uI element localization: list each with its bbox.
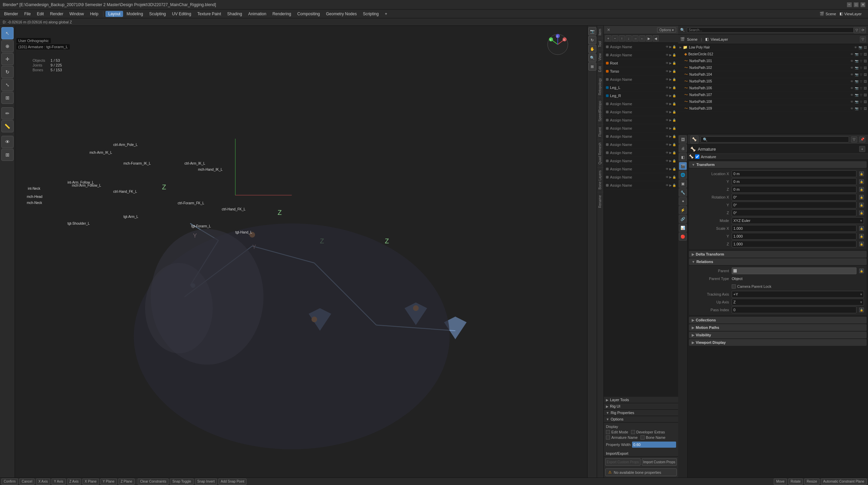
move-tool-button[interactable]: ✛: [1, 53, 14, 65]
rotation-z-lock[interactable]: 🔒: [859, 210, 864, 215]
cursor-tool-button[interactable]: ⊕: [1, 40, 14, 52]
visibility-section-header[interactable]: ▶ Visibility: [689, 332, 867, 338]
workspace-animation[interactable]: Animation: [245, 11, 269, 17]
tab-tool[interactable]: Tool: [597, 38, 604, 50]
props-search-input[interactable]: [701, 136, 849, 143]
dev-extras-checkbox-label[interactable]: Developer Extras: [631, 430, 665, 434]
rotation-x-lock[interactable]: 🔒: [859, 195, 864, 200]
workspace-sculpting[interactable]: Sculpting: [146, 11, 169, 17]
rotation-y-field[interactable]: 0°: [732, 202, 856, 208]
camera-view-button[interactable]: 📷: [588, 27, 596, 35]
bone-group-item[interactable]: Assign Name 👁 ▶ 🔒: [604, 116, 678, 124]
y-axis-button[interactable]: Y Axis: [52, 479, 66, 485]
panel-close-button[interactable]: ✕: [606, 27, 611, 33]
scale-y-field[interactable]: 1.000: [732, 233, 856, 240]
bone-group-item[interactable]: Assign Name 👁 ▶ 🔒: [604, 141, 678, 149]
workspace-texture-paint[interactable]: Texture Paint: [195, 11, 224, 17]
view-layer-props-button[interactable]: ◧: [679, 153, 687, 161]
tab-view[interactable]: View: [597, 50, 604, 63]
parent-lock[interactable]: 🔒: [859, 268, 864, 273]
add-snap-point-button[interactable]: Add Snap Point: [218, 479, 247, 485]
workspace-layout[interactable]: Layout: [105, 11, 123, 17]
location-y-field[interactable]: 0 m: [732, 178, 856, 185]
property-width-slider[interactable]: 0.60: [632, 442, 676, 448]
x-plane-button[interactable]: X Plane: [82, 479, 99, 485]
import-custom-props-button[interactable]: Import Custom Props: [642, 458, 677, 466]
add-workspace-button[interactable]: +: [382, 11, 390, 17]
minimize-button[interactable]: −: [847, 2, 852, 7]
z-plane-button[interactable]: Z Plane: [118, 479, 135, 485]
workspace-uv-editing[interactable]: UV Editing: [169, 11, 194, 17]
bone-name-checkbox[interactable]: [640, 435, 645, 440]
menu-file[interactable]: File: [21, 11, 33, 17]
select-tool-button[interactable]: ↖: [1, 27, 14, 39]
rotation-mode-dropdown[interactable]: XYZ Euler ▾: [732, 217, 864, 224]
workspace-shading[interactable]: Shading: [224, 11, 245, 17]
import-export-toggle[interactable]: Import/Export: [604, 450, 678, 457]
outliner-sync-button[interactable]: ⟳: [860, 27, 866, 33]
pan-button[interactable]: ✋: [588, 45, 596, 53]
transform-section-header[interactable]: ▼ Transform: [689, 161, 867, 168]
new-armature-button[interactable]: +: [859, 146, 865, 152]
rotate-tool-button[interactable]: ↻: [1, 66, 14, 78]
outliner-item-nurbs102[interactable]: 〜 NurbsPath.102 👁 📷 ▽ 🖼: [678, 64, 868, 71]
material-props-button[interactable]: 🔴: [679, 232, 687, 241]
orbit-button[interactable]: ↻: [588, 36, 596, 44]
move-up-button[interactable]: ↑: [619, 35, 625, 41]
outliner-item-hair[interactable]: ▶ 📁 Low Poly Hair 👁 📷 🖼: [678, 44, 868, 51]
outliner-item-nurbs101[interactable]: 〜 NurbsPath.101 👁 📷 ▽ 🖼: [678, 58, 868, 64]
scene-selector[interactable]: 🎬 Scene: [820, 12, 836, 16]
filter-icon-button[interactable]: ▽: [860, 36, 866, 42]
armature-name-checkbox-label[interactable]: Armature Name: [606, 435, 638, 440]
menu-blender[interactable]: Blender: [1, 11, 21, 17]
bone-group-item[interactable]: Assign Name 👁 ▶ 🔒: [604, 132, 678, 141]
bone-group-item[interactable]: Assign Name 👁 ▶ 🔒: [604, 173, 678, 181]
remove-from-group-button[interactable]: ←: [639, 35, 645, 41]
menu-render[interactable]: Render: [47, 11, 66, 17]
outliner-item-nurbs109[interactable]: 〜 NurbsPath.109 👁 📷 ▽ 🖼: [678, 105, 868, 112]
viewport-display-section-header[interactable]: ▶ Viewport Display: [689, 339, 867, 346]
outliner-filter-button[interactable]: ▽: [854, 27, 860, 33]
parent-field[interactable]: [732, 267, 856, 274]
armature-name-checkbox[interactable]: [606, 435, 610, 440]
tab-speedretopo[interactable]: SpeedRetopo: [597, 98, 604, 124]
collections-section-header[interactable]: ▶ Collections: [689, 317, 867, 323]
maximize-button[interactable]: □: [854, 2, 859, 7]
add-group-button[interactable]: +: [605, 35, 611, 41]
bone-group-leg-r[interactable]: Leg_R 👁 ▶ 🔒: [604, 92, 678, 100]
world-props-button[interactable]: 🌐: [679, 171, 687, 179]
bone-group-item[interactable]: Assign Name 👁 ▶ 🔒: [604, 108, 678, 116]
move-down-button[interactable]: ↓: [626, 35, 632, 41]
scale-z-field[interactable]: 1.000: [732, 241, 856, 247]
bone-group-item[interactable]: Assign Name 👁 ▶ 🔒: [604, 124, 678, 132]
clear-constraints-button[interactable]: Clear Constraints: [138, 479, 169, 485]
zoom-button[interactable]: 🔍: [588, 54, 596, 62]
navigation-gizmo[interactable]: X Y Z: [546, 33, 570, 56]
outliner-item-nurbs105[interactable]: 〜 NurbsPath.105 👁 📷 ▽ 🖼: [678, 78, 868, 85]
outliner-item-nurbs107[interactable]: 〜 NurbsPath.107 👁 📷 ▽ 🖼: [678, 92, 868, 98]
props-filter-button[interactable]: ▽: [851, 136, 857, 143]
props-pin-button[interactable]: 📌: [859, 136, 865, 143]
relations-section-header[interactable]: ▼ Relations: [689, 258, 867, 265]
bone-group-item[interactable]: Assign Name 👁 ▶ 🔒: [604, 181, 678, 189]
assign-button[interactable]: →: [632, 35, 638, 41]
camera-parent-lock-label[interactable]: Camera Parent Lock: [732, 284, 771, 288]
close-button[interactable]: ✕: [861, 2, 865, 7]
bone-group-item[interactable]: Assign Name 👁 ▶ 🔒: [604, 75, 678, 83]
props-scrollable-content[interactable]: ▼ Transform Location X 0 m 🔒 Y: [688, 160, 868, 478]
rig-properties-toggle[interactable]: ▼ Rig Properties: [604, 410, 678, 416]
output-props-button[interactable]: 🖨: [679, 144, 687, 152]
rotation-z-field[interactable]: 0°: [732, 209, 856, 216]
bone-group-item[interactable]: Assign Name 👁 ▶ 🔒: [604, 157, 678, 165]
workspace-scripting[interactable]: Scripting: [360, 11, 381, 17]
scale-y-lock[interactable]: 🔒: [859, 234, 864, 239]
tracking-axis-dropdown[interactable]: +Y ▾: [732, 291, 864, 298]
bone-group-torso[interactable]: Torso 👁 ▶ 🔒: [604, 67, 678, 75]
workspace-geometry-nodes[interactable]: Geometry Nodes: [323, 11, 360, 17]
camera-parent-lock-checkbox[interactable]: [732, 284, 736, 288]
view-button[interactable]: 👁: [1, 136, 14, 148]
delta-transform-header[interactable]: ▶ Delta Transform: [689, 251, 867, 258]
workspace-rendering[interactable]: Rendering: [270, 11, 294, 17]
tab-rename[interactable]: Rename: [597, 192, 604, 211]
physics-props-button[interactable]: ⚡: [679, 206, 687, 214]
